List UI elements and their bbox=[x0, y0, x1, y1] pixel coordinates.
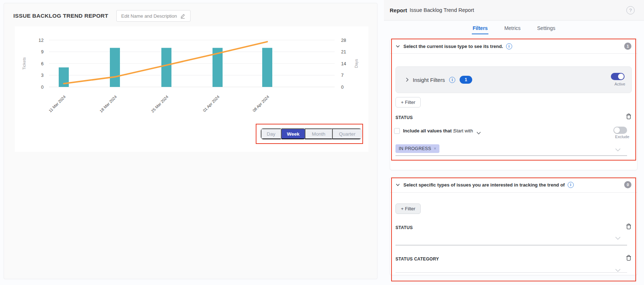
chevron-down-icon[interactable] bbox=[396, 45, 400, 48]
active-toggle-label: Active bbox=[614, 82, 625, 86]
trash-icon[interactable] bbox=[626, 255, 631, 262]
insight-filters-count-badge: 1 bbox=[460, 76, 472, 84]
chevron-right-icon[interactable] bbox=[406, 78, 408, 82]
svg-text:08 Apr 2024: 08 Apr 2024 bbox=[252, 95, 270, 113]
chevron-down-icon[interactable] bbox=[477, 130, 481, 136]
add-filter-button[interactable]: + Filter bbox=[395, 97, 421, 108]
panel-title-label: Report bbox=[390, 7, 407, 13]
section1-header[interactable]: Select the current issue type to see its… bbox=[390, 39, 637, 54]
edit-name-button[interactable]: Edit Name and Description bbox=[116, 10, 191, 22]
section2-title: Select specific types of issues you are … bbox=[403, 182, 565, 188]
svg-text:3: 3 bbox=[41, 73, 44, 78]
active-toggle[interactable] bbox=[611, 73, 625, 80]
status-value-chip[interactable]: IN PROGRESS × bbox=[395, 144, 439, 153]
match-option-dropdown[interactable]: Start with bbox=[453, 128, 473, 133]
section1-count-badge: 1 bbox=[624, 43, 631, 50]
chevron-down-icon[interactable] bbox=[615, 146, 621, 153]
info-icon[interactable]: i bbox=[568, 182, 574, 188]
svg-text:9: 9 bbox=[41, 49, 44, 54]
panel-header: Report Issue Backlog Trend Report ? bbox=[384, 0, 644, 21]
chip-remove-icon[interactable]: × bbox=[434, 146, 436, 151]
edit-name-label: Edit Name and Description bbox=[121, 13, 177, 19]
svg-text:25 Mar 2024: 25 Mar 2024 bbox=[150, 95, 169, 113]
svg-text:12: 12 bbox=[39, 38, 44, 43]
trash-icon[interactable] bbox=[626, 223, 631, 231]
svg-text:Tickets: Tickets bbox=[22, 57, 26, 70]
period-option-week[interactable]: Week bbox=[281, 128, 305, 139]
tab-filters[interactable]: Filters bbox=[472, 22, 488, 34]
period-option-day[interactable]: Day bbox=[261, 128, 281, 139]
period-toggle: Day Week Month Quarter bbox=[260, 128, 362, 140]
panel-title: Report Issue Backlog Trend Report bbox=[390, 0, 474, 20]
toggle-knob bbox=[614, 127, 620, 133]
section1-title: Select the current issue type to see its… bbox=[403, 44, 503, 49]
page-title: ISSUE BACKLOG TREND REPORT bbox=[13, 13, 108, 19]
chevron-down-icon[interactable] bbox=[396, 184, 400, 186]
help-icon[interactable]: ? bbox=[626, 6, 635, 14]
insight-filters-row: Insight Filters i 1 bbox=[406, 67, 472, 93]
chip-label: IN PROGRESS bbox=[399, 146, 431, 151]
svg-text:7: 7 bbox=[341, 73, 344, 78]
tab-settings[interactable]: Settings bbox=[536, 22, 556, 34]
include-all-checkbox[interactable] bbox=[394, 128, 400, 134]
status-category-select-underline[interactable] bbox=[395, 272, 627, 273]
section2-count-badge: 0 bbox=[624, 181, 631, 188]
insight-filters-label: Insight Filters bbox=[413, 77, 445, 83]
svg-text:Days: Days bbox=[354, 59, 358, 68]
svg-text:0: 0 bbox=[41, 85, 44, 90]
trash-icon[interactable] bbox=[626, 113, 631, 121]
filter-section-current-issue-type: Select the current issue type to see its… bbox=[390, 39, 638, 170]
exclude-toggle-label: Exclude bbox=[615, 135, 629, 139]
report-card: ISSUE BACKLOG TREND REPORT Edit Name and… bbox=[4, 3, 377, 279]
tab-metrics[interactable]: Metrics bbox=[504, 22, 521, 34]
add-filter-button[interactable]: + Filter bbox=[395, 203, 421, 214]
pencil-icon bbox=[180, 13, 185, 19]
report-header: ISSUE BACKLOG TREND REPORT Edit Name and… bbox=[13, 10, 191, 22]
status-category-filter-label: STATUS CATEGORY bbox=[395, 256, 439, 262]
period-option-month[interactable]: Month bbox=[305, 128, 332, 139]
status-select-underline[interactable] bbox=[395, 245, 627, 245]
insight-filters-card[interactable]: Insight Filters i 1 Active bbox=[395, 66, 632, 93]
status-filter-label: STATUS bbox=[395, 225, 413, 230]
svg-text:0: 0 bbox=[341, 85, 344, 90]
chart-card: 0369120714212811 Mar 202418 Mar 202425 M… bbox=[15, 26, 368, 152]
chevron-down-icon[interactable] bbox=[615, 235, 621, 241]
svg-text:11 Mar 2024: 11 Mar 2024 bbox=[48, 95, 67, 113]
status-filter-label: STATUS bbox=[395, 115, 413, 120]
svg-text:6: 6 bbox=[41, 61, 44, 66]
status-select-underline[interactable] bbox=[395, 155, 627, 156]
svg-text:21: 21 bbox=[341, 49, 346, 54]
toggle-knob bbox=[618, 74, 624, 79]
panel-title-text: Issue Backlog Trend Report bbox=[410, 7, 474, 13]
svg-text:14: 14 bbox=[341, 61, 346, 66]
filter-section-specific-issue-types: Select specific types of issues you are … bbox=[390, 177, 638, 275]
tab-bar: Filters Metrics Settings bbox=[384, 22, 644, 34]
svg-text:01 Apr 2024: 01 Apr 2024 bbox=[202, 95, 220, 113]
section2-header[interactable]: Select specific types of issues you are … bbox=[390, 177, 637, 193]
info-icon[interactable]: i bbox=[449, 77, 455, 83]
period-option-quarter[interactable]: Quarter bbox=[332, 128, 362, 139]
svg-text:18 Mar 2024: 18 Mar 2024 bbox=[99, 95, 117, 113]
app-root: ISSUE BACKLOG TREND REPORT Edit Name and… bbox=[0, 0, 644, 285]
svg-text:28: 28 bbox=[341, 38, 346, 43]
info-icon[interactable]: i bbox=[506, 43, 512, 49]
exclude-toggle[interactable] bbox=[613, 127, 627, 134]
include-all-label: Include all values that : bbox=[403, 128, 455, 133]
